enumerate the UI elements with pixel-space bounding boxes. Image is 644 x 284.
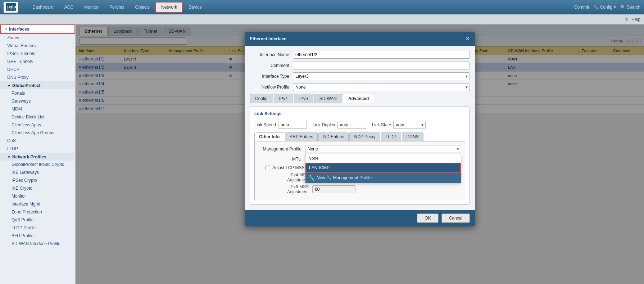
adjust-tcp-mss-checkbox[interactable]: [266, 166, 270, 170]
sidebar-item-clientless-app-groups[interactable]: Clientless App Groups: [0, 129, 75, 137]
sidebar-item-portals[interactable]: Portals: [0, 89, 75, 97]
inner-tab-ddns[interactable]: DDNS: [402, 132, 423, 141]
inner-tab-nd[interactable]: ND Entries: [318, 132, 349, 141]
link-duplex-input[interactable]: [337, 121, 366, 129]
inner-tab-arp[interactable]: ARP Entries: [285, 132, 318, 141]
help-button[interactable]: Help: [631, 17, 640, 22]
inner-tab-other-info[interactable]: Other Info: [254, 132, 284, 141]
tab-objects[interactable]: Objects: [130, 2, 155, 13]
sidebar-item-interfaces[interactable]: ≡ Interfaces: [0, 24, 75, 34]
modal-close-button[interactable]: ✕: [465, 35, 470, 42]
tab-device[interactable]: Device: [183, 2, 207, 13]
sidebar-ipsec-label: IPSec Tunnels: [7, 51, 35, 56]
sidebar-item-qos-profile[interactable]: QoS Profile: [0, 216, 75, 224]
tab-acc[interactable]: ACC: [59, 2, 78, 13]
modal-tab-advanced[interactable]: Advanced: [343, 94, 374, 103]
cancel-button[interactable]: Cancel: [441, 213, 470, 223]
link-state-label: Link State: [372, 122, 391, 127]
sidebar-item-zone-protection[interactable]: Zone Protection: [0, 208, 75, 216]
sidebar-item-clientless-apps[interactable]: Clientless Apps: [0, 121, 75, 129]
link-speed-input[interactable]: [278, 121, 307, 129]
sidebar-item-qos[interactable]: QoS: [0, 137, 75, 145]
mgmt-profile-field: Management Profile None LAN-ICMP ▼: [258, 145, 461, 153]
link-state-select[interactable]: auto up down: [393, 121, 426, 129]
interface-name-label: Interface Name: [250, 52, 293, 57]
interface-type-row: Interface Type Layer3 Layer2 Virtual Wir…: [250, 72, 470, 80]
sidebar-ic-label: IPSec Crypto: [12, 178, 37, 183]
interface-name-input[interactable]: [293, 51, 470, 59]
sidebar-item-ipsec-crypto[interactable]: IPSec Crypto: [0, 176, 75, 184]
search-button[interactable]: 🔍 Search: [620, 5, 640, 10]
sidebar-group-globalprotect[interactable]: ▼ GlobalProtect: [0, 81, 75, 89]
sidebar-lldpp-label: LLDP Profile: [12, 225, 36, 230]
sidebar-item-dhcp[interactable]: DHCP: [0, 66, 75, 73]
sidebar-gpic-label: GlobalProtect IPSec Crypto: [12, 162, 64, 167]
mtu-label: MTU: [258, 157, 305, 162]
sidebar-portals-label: Portals: [12, 91, 25, 96]
sidebar-item-zones[interactable]: Zones: [0, 34, 75, 42]
sidebar-monitor-label: Monitor: [12, 194, 26, 199]
sidebar-item-gre-tunnels[interactable]: GRE Tunnels: [0, 58, 75, 66]
inner-tab-content: Management Profile None LAN-ICMP ▼: [254, 141, 465, 200]
sidebar-group-network-profiles[interactable]: ▼ Network Profiles: [0, 153, 75, 161]
interface-type-select[interactable]: Layer3 Layer2 Virtual Wire Tap HA: [293, 72, 470, 80]
tab-policies[interactable]: Policies: [104, 2, 129, 13]
mgmt-profile-select[interactable]: None LAN-ICMP: [305, 145, 461, 153]
modal-tab-sdwan[interactable]: SD-WAN: [314, 94, 342, 103]
sidebar-item-ike-crypto[interactable]: IKE Crypto: [0, 184, 75, 192]
sidebar-item-mdm[interactable]: MDM: [0, 105, 75, 113]
modal-tabs: Config IPv4 IPv6 SD-WAN Advanced: [250, 94, 470, 103]
sidebar-item-ike-gateways[interactable]: IKE Gateways: [0, 168, 75, 176]
link-duplex-label: Link Duplex: [313, 122, 335, 127]
sidebar-im-label: Interface Mgmt: [12, 202, 40, 207]
sidebar-qos-label: QoS: [7, 138, 16, 143]
sidebar-item-monitor[interactable]: Monitor: [0, 192, 75, 200]
sidebar-item-ipsec-tunnels[interactable]: IPSec Tunnels: [0, 50, 75, 58]
netflow-select[interactable]: None: [293, 83, 470, 91]
sidebar-cag-label: Clientless App Groups: [12, 130, 54, 135]
sidebar-item-sdwan-profile[interactable]: SD-WAN Interface Profile: [0, 240, 75, 248]
ipv6-mss-row: IPv6 MSS Adjustment: [258, 184, 461, 194]
modal-tab-ipv6[interactable]: IPv6: [294, 94, 313, 103]
link-settings-row: Link Speed Link Duplex Link State: [254, 121, 465, 129]
sidebar-item-device-block[interactable]: Device Block List: [0, 113, 75, 121]
tab-network[interactable]: Network: [155, 2, 183, 13]
sidebar-item-gateways[interactable]: Gateways: [0, 97, 75, 105]
top-right-actions: 👤 Commit 🔧 Config ▾ 🔍 Search: [568, 5, 640, 10]
config-menu[interactable]: 🔧 Config ▾: [593, 5, 616, 10]
link-speed-field: Link Speed: [254, 121, 307, 129]
sidebar-item-virtual-routers[interactable]: Virtual Routers: [0, 42, 75, 50]
sidebar-bfd-label: BFD Profile: [12, 233, 33, 238]
dropdown-option-none[interactable]: None: [305, 154, 461, 163]
modal-tab-config[interactable]: Config: [250, 94, 273, 103]
modal-tab-ipv4[interactable]: IPv4: [274, 94, 293, 103]
ipv6-mss-input[interactable]: [312, 185, 355, 193]
inner-tab-lldp[interactable]: LLDP: [381, 132, 401, 141]
sidebar-zp-label: Zone Protection: [12, 209, 42, 215]
ok-button[interactable]: OK: [417, 213, 438, 223]
sidebar-gateways-label: Gateways: [12, 99, 31, 104]
sidebar-item-lldp[interactable]: LLDP: [0, 145, 75, 153]
sidebar-item-interface-mgmt[interactable]: Interface Mgmt: [0, 200, 75, 208]
sidebar-item-bfd-profile[interactable]: BFD Profile: [0, 232, 75, 240]
commit-button[interactable]: 👤 Commit: [568, 5, 589, 10]
gp-arrow-icon: ▼: [7, 84, 11, 88]
new-item-icon: 🔧: [308, 175, 314, 181]
netflow-row: Netflow Profile None ▼: [250, 83, 470, 91]
inner-tab-ndp[interactable]: NDP Proxy: [349, 132, 380, 141]
comment-input[interactable]: [293, 62, 470, 69]
svg-text:alto: alto: [7, 6, 15, 11]
dropdown-option-lan-icmp[interactable]: LAN-ICMP: [305, 163, 461, 173]
sidebar-item-gp-ipsec-crypto[interactable]: GlobalProtect IPSec Crypto: [0, 161, 75, 168]
sidebar-item-dns-proxy[interactable]: DNS Proxy: [0, 73, 75, 81]
modal-overlay: Ethernet Interface ✕ Interface Name Comm…: [76, 24, 644, 284]
new-item-label: New 🔧 Management Profile: [317, 175, 372, 180]
dropdown-option-new[interactable]: 🔧 New 🔧 Management Profile: [305, 173, 461, 183]
refresh-icon[interactable]: ↻: [625, 17, 629, 22]
mgmt-profile-wrapper: None LAN-ICMP ▼ None LAN-ICMP: [305, 145, 461, 153]
sidebar-ikec-label: IKE Crypto: [12, 186, 32, 191]
sidebar-item-lldp-profile[interactable]: LLDP Profile: [0, 224, 75, 232]
top-nav-bar: palo alto Dashboard ACC Monitor Policies…: [0, 0, 644, 14]
tab-monitor[interactable]: Monitor: [79, 2, 104, 13]
tab-dashboard[interactable]: Dashboard: [27, 2, 59, 13]
